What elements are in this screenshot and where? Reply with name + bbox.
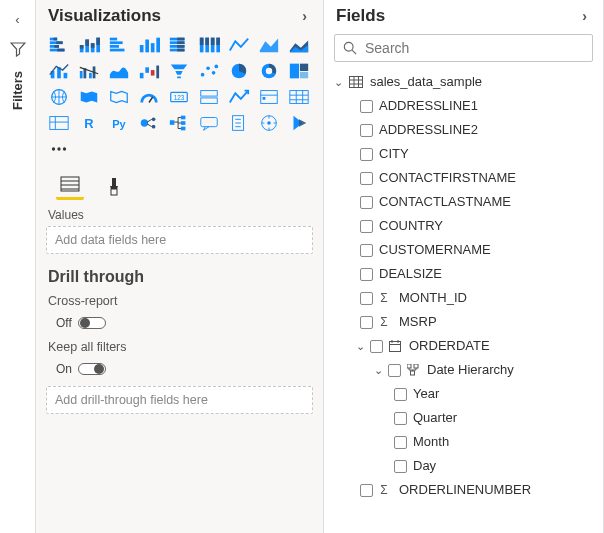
viz-filled-map[interactable] [76,86,102,108]
viz-r-visual[interactable]: R [76,112,102,134]
filters-label[interactable]: Filters [10,71,25,110]
viz-pie[interactable] [226,60,252,82]
viz-stacked-bar[interactable] [46,34,72,56]
viz-clustered-column[interactable] [136,34,162,56]
hierarchy-year[interactable]: Year [332,382,599,406]
viz-shape-map[interactable] [106,86,132,108]
cross-report-toggle[interactable] [78,317,106,329]
svg-rect-3 [56,41,62,44]
viz-qa-visual[interactable] [196,112,222,134]
viz-line-stacked-column[interactable] [46,60,72,82]
viz-map[interactable] [46,86,72,108]
values-dropzone[interactable]: Add data fields here [46,226,313,254]
viz-key-influencers[interactable] [136,112,162,134]
hierarchy-month[interactable]: Month [332,430,599,454]
field-checkbox[interactable] [360,220,373,233]
field-checkbox[interactable] [360,292,373,305]
expand-caret[interactable]: ⌄ [332,72,344,92]
field-dealsize[interactable]: DEALSIZE [332,262,599,286]
viz-more[interactable] [46,138,72,160]
viz-clustered-bar[interactable] [106,34,132,56]
field-checkbox[interactable] [370,340,383,353]
expand-caret[interactable]: ⌄ [372,360,384,380]
field-orderdate[interactable]: ⌄ORDERDATE [332,334,599,358]
viz-matrix[interactable] [46,112,72,134]
search-input[interactable] [363,39,584,57]
field-checkbox[interactable] [360,268,373,281]
viz-funnel[interactable] [166,60,192,82]
field-checkbox[interactable] [360,124,373,137]
table-sales-data-sample[interactable]: ⌄sales_data_sample [332,70,599,94]
viz-treemap[interactable] [286,60,312,82]
field-checkbox[interactable] [388,364,401,377]
field-city[interactable]: CITY [332,142,599,166]
svg-rect-47 [140,73,144,79]
field-addressline1[interactable]: ADDRESSLINE1 [332,94,599,118]
filters-expand-chevron[interactable]: ‹ [11,8,23,31]
svg-rect-45 [89,73,92,79]
viz-python-visual[interactable]: Py [106,112,132,134]
viz-100-stacked-column[interactable] [196,34,222,56]
viz-slicer[interactable] [256,86,282,108]
field-checkbox[interactable] [360,484,373,497]
field-checkbox[interactable] [360,172,373,185]
visualizations-collapse-chevron[interactable]: › [298,6,311,26]
field-checkbox[interactable] [394,436,407,449]
drillthrough-title: Drill through [48,268,313,286]
date-hierarchy[interactable]: ⌄Date Hierarchy [332,358,599,382]
viz-100-stacked-bar[interactable] [166,34,192,56]
field-msrp[interactable]: MSRP [332,310,599,334]
fields-tab[interactable] [56,174,84,200]
field-checkbox[interactable] [360,100,373,113]
keep-filters-toggle[interactable] [78,363,106,375]
viz-line[interactable] [226,34,252,56]
expand-caret[interactable]: ⌄ [354,336,366,356]
viz-table[interactable] [286,86,312,108]
viz-paginated[interactable] [226,112,252,134]
viz-area[interactable] [256,34,282,56]
fields-title: Fields [336,6,385,26]
field-customername[interactable]: CUSTOMERNAME [332,238,599,262]
hierarchy-quarter[interactable]: Quarter [332,406,599,430]
field-month_id[interactable]: MONTH_ID [332,286,599,310]
viz-stacked-column[interactable] [76,34,102,56]
hierarchy-day[interactable]: Day [332,454,599,478]
fields-collapse-chevron[interactable]: › [578,6,591,26]
field-orderlinenumber[interactable]: ORDERLINENUMBER [332,478,599,502]
field-label: ORDERLINENUMBER [397,480,531,500]
viz-scatter[interactable] [196,60,222,82]
svg-rect-20 [140,45,144,52]
field-contactfirstname[interactable]: CONTACTFIRSTNAME [332,166,599,190]
viz-stacked-area[interactable] [286,34,312,56]
field-checkbox[interactable] [394,388,407,401]
field-checkbox[interactable] [394,412,407,425]
field-checkbox[interactable] [360,196,373,209]
viz-donut[interactable] [256,60,282,82]
viz-card[interactable]: 123 [166,86,192,108]
viz-waterfall[interactable] [136,60,162,82]
viz-kpi[interactable] [226,86,252,108]
viz-gauge[interactable] [136,86,162,108]
viz-multi-row-card[interactable] [196,86,222,108]
viz-arcgis[interactable] [256,112,282,134]
format-tab[interactable] [100,174,128,200]
visualizations-pane: Visualizations › 123RPy Values Add data … [36,0,324,533]
field-addressline2[interactable]: ADDRESSLINE2 [332,118,599,142]
field-contactlastname[interactable]: CONTACTLASTNAME [332,190,599,214]
field-checkbox[interactable] [360,148,373,161]
field-country[interactable]: COUNTRY [332,214,599,238]
table-label: sales_data_sample [368,72,482,92]
viz-power-apps[interactable] [286,112,312,134]
field-checkbox[interactable] [394,460,407,473]
svg-point-51 [201,73,205,77]
field-checkbox[interactable] [360,316,373,329]
svg-rect-25 [177,38,184,41]
field-checkbox[interactable] [360,244,373,257]
fields-search[interactable] [334,34,593,62]
viz-ribbon[interactable] [106,60,132,82]
drillthrough-dropzone[interactable]: Add drill-through fields here [46,386,313,414]
viz-decomposition-tree[interactable] [166,112,192,134]
svg-rect-21 [145,40,149,53]
viz-line-clustered-column[interactable] [76,60,102,82]
svg-point-98 [63,147,66,150]
